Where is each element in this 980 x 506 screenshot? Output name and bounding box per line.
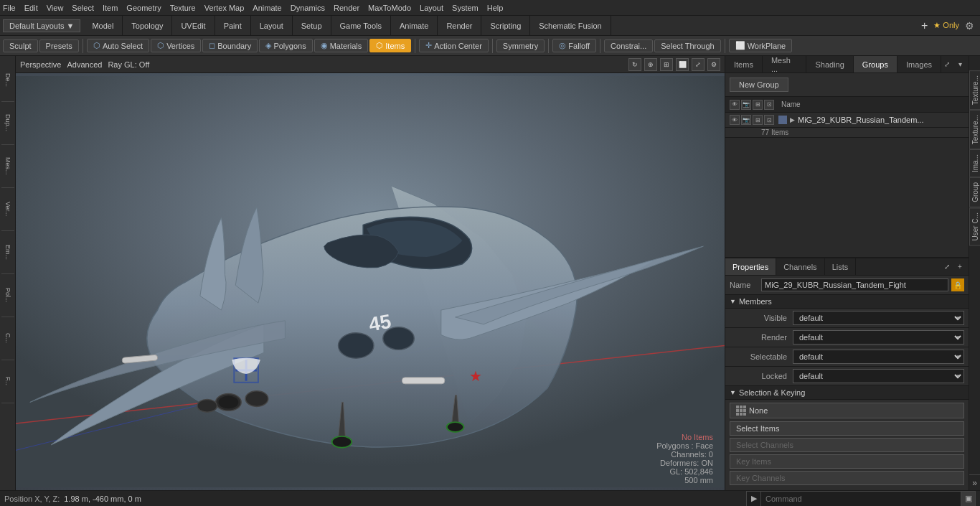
rvtab-group[interactable]: Group [969, 177, 980, 207]
falloff-btn[interactable]: ◎ Falloff [552, 39, 596, 52]
menu-geometry[interactable]: Geometry [126, 4, 161, 12]
props-tab-lists[interactable]: Lists [825, 258, 857, 275]
menu-layout[interactable]: Layout [420, 4, 443, 12]
group-mesh-icon[interactable]: ⊞ [753, 115, 763, 125]
rvtab-userc[interactable]: User C... [969, 207, 980, 245]
rvtab-texture1[interactable]: Texture... [969, 70, 980, 110]
rp-tab-images[interactable]: Images [897, 56, 941, 72]
sculpt-btn[interactable]: Sculpt [3, 39, 38, 52]
boundary-btn[interactable]: ◻ Boundary [202, 39, 258, 52]
none-button[interactable]: None [730, 403, 964, 418]
col-icon-1[interactable]: 👁 [730, 100, 740, 110]
left-tool-5[interactable]: Em... [1, 231, 14, 274]
left-tool-2[interactable]: Dup... [1, 102, 14, 145]
menu-view[interactable]: View [47, 4, 64, 12]
command-run-button[interactable]: ▣ [961, 492, 975, 506]
menu-file[interactable]: File [3, 4, 16, 12]
vp-rotate-icon[interactable]: ↻ [628, 58, 641, 71]
menu-dynamics[interactable]: Dynamics [291, 4, 325, 12]
auto-select-btn[interactable]: ⬡ Auto Select [87, 39, 149, 52]
rp-expand-icon[interactable]: ⤢ [941, 59, 953, 70]
props-expand-icon[interactable]: ⤢ [941, 261, 953, 273]
group-lock-icon[interactable]: ⊡ [764, 115, 774, 125]
vp-frame-icon[interactable]: ⬜ [676, 58, 689, 71]
vp-zoom-icon[interactable]: ⊕ [644, 58, 657, 71]
menu-system[interactable]: System [452, 4, 479, 12]
tab-game-tools[interactable]: Game Tools [331, 16, 392, 35]
col-icon-3[interactable]: ⊞ [753, 100, 763, 110]
left-tool-7[interactable]: C... [1, 317, 14, 360]
rp-tab-items[interactable]: Items [725, 56, 763, 72]
left-tool-1[interactable]: De... [1, 59, 14, 102]
selectable-select[interactable]: default [793, 350, 964, 364]
polygons-btn[interactable]: ◈ Polygons [259, 39, 312, 52]
visible-select[interactable]: default [793, 311, 964, 325]
menu-render[interactable]: Render [334, 4, 359, 12]
tab-paint[interactable]: Paint [215, 16, 251, 35]
action-center-btn[interactable]: ✛ Action Center [419, 39, 489, 52]
col-icon-4[interactable]: ⊡ [764, 100, 774, 110]
menu-animate[interactable]: Animate [253, 4, 281, 12]
tab-render[interactable]: Render [438, 16, 481, 35]
col-icon-2[interactable]: 📷 [741, 100, 751, 110]
menu-select[interactable]: Select [72, 4, 94, 12]
props-tab-properties[interactable]: Properties [725, 258, 776, 275]
menu-maxtomodo[interactable]: MaxToModo [368, 4, 411, 12]
menu-vertex-map[interactable]: Vertex Map [204, 4, 245, 12]
rvtab-ima[interactable]: Ima... [969, 149, 980, 177]
command-input[interactable] [761, 495, 961, 503]
group-expand-arrow[interactable]: ▶ [790, 116, 795, 123]
key-items-button[interactable]: Key Items [730, 454, 964, 469]
group-eye-icon[interactable]: 👁 [730, 115, 740, 125]
locked-select[interactable]: default [793, 369, 964, 383]
items-btn[interactable]: ⬡ Items [369, 39, 411, 52]
rp-tab-mesh[interactable]: Mesh ... [763, 56, 807, 72]
rp-tab-groups[interactable]: Groups [854, 56, 897, 72]
menu-edit[interactable]: Edit [24, 4, 38, 12]
new-group-button[interactable]: New Group [730, 78, 788, 92]
members-section-header[interactable]: ▼ Members [725, 295, 969, 309]
left-tool-3[interactable]: Mes... [1, 145, 14, 188]
add-tab-btn[interactable]: + [921, 19, 928, 32]
select-items-button[interactable]: Select Items [730, 421, 964, 436]
rvtab-texture2[interactable]: Texture... [969, 110, 980, 149]
name-field-input[interactable] [761, 278, 948, 291]
tab-uvedit[interactable]: UVEdit [172, 16, 215, 35]
viewport-ray-gl[interactable]: Ray GL: Off [108, 60, 149, 69]
group-list-item[interactable]: 👁 📷 ⊞ ⊡ ▶ MiG_29_KUBR_Russian_Tandem... [725, 113, 969, 128]
vp-expand-icon[interactable]: ⤢ [692, 58, 705, 71]
tab-animate[interactable]: Animate [391, 16, 438, 35]
right-expand-btn[interactable]: » [969, 474, 980, 490]
viewport-mode[interactable]: Perspective [20, 60, 61, 69]
materials-btn[interactable]: ◉ Materials [314, 39, 369, 52]
vp-pan-icon[interactable]: ⊞ [660, 58, 673, 71]
vertices-btn[interactable]: ⬡ Vertices [151, 39, 201, 52]
select-through-btn[interactable]: Select Through [654, 39, 720, 52]
tab-setup[interactable]: Setup [293, 16, 331, 35]
command-arrow[interactable]: ▶ [747, 492, 761, 506]
select-channels-button[interactable]: Select Channels [730, 438, 964, 452]
symmetry-btn[interactable]: Symmetry [496, 39, 545, 52]
menu-help[interactable]: Help [487, 4, 504, 12]
viewport-shading[interactable]: Advanced [67, 60, 102, 69]
tab-schematic[interactable]: Schematic Fusion [530, 16, 611, 35]
key-channels-button[interactable]: Key Channels [730, 471, 964, 485]
rp-tab-shading[interactable]: Shading [806, 56, 853, 72]
group-cam-icon[interactable]: 📷 [741, 115, 751, 125]
layout-selector[interactable]: Default Layouts ▼ [3, 19, 80, 32]
render-select[interactable]: default [793, 330, 964, 345]
presets-btn[interactable]: Presets [39, 39, 79, 52]
constraints-btn[interactable]: Constrai... [604, 39, 653, 52]
vp-settings-icon[interactable]: ⚙ [707, 58, 720, 71]
menu-item[interactable]: Item [103, 4, 118, 12]
tab-topology[interactable]: Topology [123, 16, 172, 35]
tab-scripting[interactable]: Scripting [481, 16, 530, 35]
sel-keying-section-header[interactable]: ▼ Selection & Keying [725, 386, 969, 400]
menu-texture[interactable]: Texture [170, 4, 196, 12]
workplane-btn[interactable]: ⬜ WorkPlane [729, 39, 793, 52]
rp-pin-icon[interactable]: ▾ [954, 59, 966, 70]
left-tool-6[interactable]: Pol... [1, 274, 14, 317]
props-tab-channels[interactable]: Channels [776, 258, 824, 275]
props-pin-icon[interactable]: + [954, 261, 966, 273]
name-lock-button[interactable]: 🔒 [951, 278, 964, 291]
